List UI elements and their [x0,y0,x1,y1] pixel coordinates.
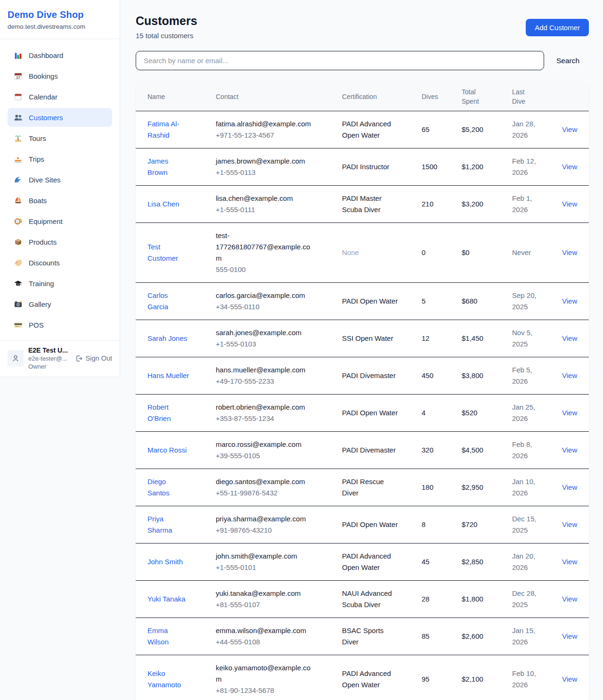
customer-name-link[interactable]: Yuki Tanaka [147,595,186,603]
view-link[interactable]: View [562,558,577,566]
customer-name-link[interactable]: Priya Sharma [147,515,172,534]
sidebar-item-training[interactable]: Training [8,274,112,293]
view-link[interactable]: View [562,595,577,603]
sidebar-item-pos[interactable]: POS [8,315,112,334]
search-row: Search [136,51,589,70]
table-row: Marco Rossi marco.rossi@example.com +39-… [136,432,589,469]
sidebar-item-bookings[interactable]: 17 Bookings [8,66,112,85]
table-row: Priya Sharma priya.sharma@example.com +9… [136,506,589,544]
customer-certification: None [342,247,422,258]
view-link[interactable]: View [562,409,577,417]
customer-email: robert.obrien@example.com [216,402,314,413]
customer-dives: 1500 [422,161,462,173]
customer-name-link[interactable]: Diego Santos [147,478,170,497]
add-customer-button[interactable]: Add Customer [526,19,589,36]
customer-name-link[interactable]: Carlos Garcia [147,291,168,311]
customer-name-link[interactable]: Test Customer [147,243,178,262]
view-link[interactable]: View [562,125,577,133]
view-link[interactable]: View [562,371,577,379]
sidebar-item-label: Bookings [29,72,58,80]
view-link[interactable]: View [562,334,577,342]
view-link[interactable]: View [562,632,577,640]
sidebar-item-customers[interactable]: Customers [8,108,112,127]
sidebar-item-calendar[interactable]: Calendar [8,87,112,106]
sidebar-item-equipment[interactable]: Equipment [8,212,112,231]
customer-dives: 65 [422,124,462,135]
customer-phone: +1-555-0101 [216,562,314,573]
sidebar-item-label: POS [29,321,44,329]
customer-name-link[interactable]: Emma Wilson [147,626,169,646]
sidebar-item-label: Training [29,280,54,288]
customer-name-link[interactable]: James Brown [147,157,168,176]
view-link[interactable]: View [562,297,577,305]
logout-icon [75,354,83,362]
table-row: Robert O'Brien robert.obrien@example.com… [136,395,589,432]
customer-phone: +1-555-0113 [216,167,314,178]
sign-out-button[interactable]: Sign Out [75,354,112,362]
customer-email: diego.santos@example.com [216,476,314,487]
customer-name-link[interactable]: Lisa Chen [147,200,179,208]
sign-out-label: Sign Out [86,354,112,362]
customer-phone: +91-98765-43210 [216,525,314,536]
customer-last-dive: Jan 28, 2026 [512,118,562,141]
customer-name-link[interactable]: Robert O'Brien [147,403,171,422]
customer-certification: PADI Divemaster [342,370,422,381]
sidebar-item-label: Dive Sites [29,176,61,184]
customer-last-dive: Sep 20, 2025 [512,290,562,313]
sidebar-item-trips[interactable]: Trips [8,149,112,168]
sidebar-item-label: Discounts [29,259,60,267]
view-link[interactable]: View [562,446,577,454]
customer-total-spent: $2,850 [462,556,512,568]
view-link[interactable]: View [562,483,577,491]
customer-name-link[interactable]: John Smith [147,558,183,566]
customer-last-dive: Jan 20, 2026 [512,551,562,573]
customer-name-link[interactable]: Marco Rossi [147,446,187,454]
sidebar-item-products[interactable]: Products [8,232,112,251]
customer-dives: 12 [422,333,462,344]
customer-name-link[interactable]: Fatima Al-Rashid [147,120,179,139]
view-link[interactable]: View [562,200,577,208]
customer-name-link[interactable]: Hans Mueller [147,371,189,379]
customer-total-spent: $5,200 [462,124,512,135]
view-link[interactable]: View [562,520,577,528]
customer-total-spent: $1,800 [462,593,512,605]
customer-phone: +971-55-123-4567 [216,130,314,141]
customer-certification: PADI Open Water [342,296,422,307]
table-row: Yuki Tanaka yuki.tanaka@example.com +81-… [136,581,589,618]
sidebar-nav: Dashboard 17 Bookings Calendar Customers… [0,39,120,343]
page-subtitle: 15 total customers [136,32,197,40]
bar-chart-icon [14,51,23,60]
customer-total-spent: $520 [462,407,512,419]
view-link[interactable]: View [562,675,577,683]
search-input[interactable] [136,51,544,70]
sidebar-item-tours[interactable]: Tours [8,129,112,148]
customer-phone: +81-555-0107 [216,599,314,610]
sidebar-item-dashboard[interactable]: Dashboard [8,46,112,65]
wave-icon [14,175,23,184]
sidebar-item-boats[interactable]: Boats [8,191,112,210]
customer-name-link[interactable]: Keiko Yamamoto [147,669,181,689]
customer-email: james.brown@example.com [216,156,314,167]
view-link[interactable]: View [562,248,577,256]
sidebar-item-discounts[interactable]: Discounts [8,253,112,272]
search-button[interactable]: Search [556,57,579,65]
customer-total-spent: $0 [462,247,512,258]
customer-last-dive: Never [512,247,562,258]
view-link[interactable]: View [562,163,577,171]
table-body: Fatima Al-Rashid fatima.alrashid@example… [136,111,589,700]
shop-title: Demo Dive Shop [8,9,112,20]
customer-dives: 28 [422,593,462,605]
table-row: Fatima Al-Rashid fatima.alrashid@example… [136,111,589,148]
customer-total-spent: $1,200 [462,161,512,173]
customer-last-dive: Feb 1, 2026 [512,193,562,215]
customer-name-link[interactable]: Sarah Jones [147,334,187,342]
customer-phone: +353-87-555-1234 [216,413,314,424]
sidebar-item-dive-sites[interactable]: Dive Sites [8,170,112,189]
customer-total-spent: $3,200 [462,198,512,210]
table-row: Carlos Garcia carlos.garcia@example.com … [136,283,589,320]
customer-total-spent: $720 [462,519,512,530]
customer-certification: PADI Advanced Open Water [342,551,422,573]
sidebar-item-gallery[interactable]: Gallery [8,295,112,313]
customer-certification: PADI Rescue Diver [342,476,422,499]
customer-last-dive: Jan 15, 2026 [512,625,562,648]
